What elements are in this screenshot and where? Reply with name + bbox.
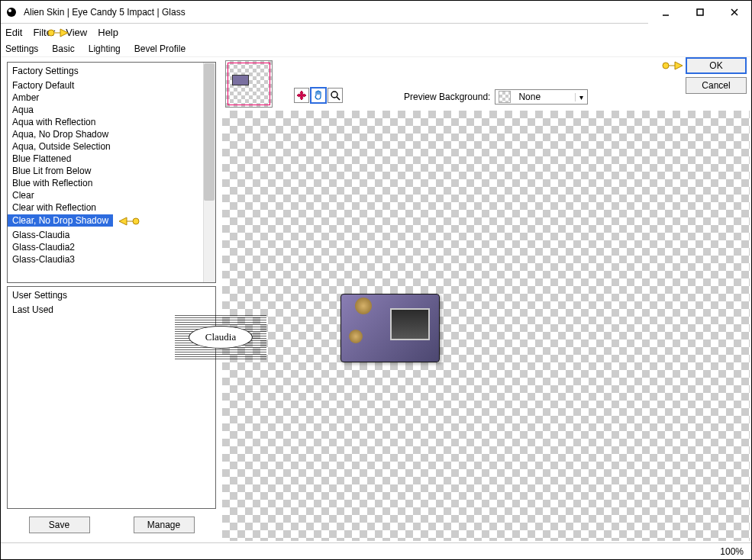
preview-background-label: Preview Background: <box>404 92 490 102</box>
scrollbar-thumb[interactable] <box>204 63 215 201</box>
svg-point-7 <box>133 218 139 224</box>
svg-point-1 <box>8 9 11 12</box>
factory-settings-list[interactable]: Factory Settings Factory DefaultAmberAqu… <box>7 62 216 283</box>
factory-settings-header: Factory Settings <box>8 63 215 79</box>
cancel-button[interactable]: Cancel <box>686 77 747 94</box>
factory-list-item[interactable]: Aqua with Reflection <box>8 116 215 128</box>
factory-list-item[interactable]: Blue Flattened <box>8 153 215 165</box>
menu-view[interactable]: View <box>66 27 87 38</box>
user-settings-list[interactable]: User Settings Last Used <box>7 286 216 509</box>
factory-list-item[interactable]: Blue Lit from Below <box>8 165 215 177</box>
save-button[interactable]: Save <box>29 517 90 533</box>
factory-list-item[interactable]: Factory Default <box>8 79 215 92</box>
dialog-buttons: OK Cancel <box>686 57 747 94</box>
navigator-thumbnail[interactable] <box>225 60 273 108</box>
tool-icons <box>294 88 343 103</box>
factory-list-item[interactable]: Glass-Claudia <box>8 229 215 241</box>
tab-bevel-profile[interactable]: Bevel Profile <box>134 43 186 54</box>
factory-list-item[interactable]: Blue with Reflection <box>8 177 215 189</box>
factory-list-item[interactable]: Aqua, Outside Selection <box>8 140 215 153</box>
chevron-down-icon: ▾ <box>575 93 587 101</box>
window-controls <box>648 1 751 24</box>
svg-point-0 <box>7 8 16 17</box>
menu-edit[interactable]: Edit <box>5 27 22 38</box>
preview-background-row: Preview Background: None ▾ <box>404 89 588 105</box>
minimize-button[interactable] <box>648 1 683 24</box>
preview-toolbar: Preview Background: None ▾ OK Cancel <box>222 57 751 111</box>
menu-help[interactable]: Help <box>98 27 118 38</box>
window-title: Alien Skin | Eye Candy 5 Impact | Glass <box>22 7 648 18</box>
left-panel: Factory Settings Factory DefaultAmberAqu… <box>1 57 222 542</box>
preview-background-value: None <box>514 92 575 102</box>
tab-settings[interactable]: Settings <box>5 43 38 54</box>
svg-rect-3 <box>697 9 703 15</box>
factory-list-item[interactable]: Amber <box>8 92 215 104</box>
factory-list-item[interactable]: Glass-Claudia2 <box>8 241 215 253</box>
tab-lighting[interactable]: Lighting <box>89 43 121 54</box>
tabbar: Settings Basic Lighting Bevel Profile <box>1 40 751 57</box>
hand-tool-icon[interactable] <box>311 88 326 103</box>
menu-filter[interactable]: Filter <box>33 27 55 38</box>
statusbar: 100% <box>1 542 751 559</box>
preview-background-combo[interactable]: None ▾ <box>495 89 588 105</box>
app-window: Alien Skin | Eye Candy 5 Impact | Glass … <box>0 0 752 560</box>
app-icon <box>5 6 18 18</box>
checker-swatch-icon <box>499 91 511 103</box>
ok-button[interactable]: OK <box>686 57 747 74</box>
right-panel: Preview Background: None ▾ OK Cancel <box>222 57 751 542</box>
tutorial-pointer-icon <box>661 58 684 73</box>
bottom-buttons: Save Manage <box>7 509 216 538</box>
maximize-button[interactable] <box>683 1 717 24</box>
svg-point-10 <box>663 63 669 69</box>
tutorial-pointer-icon <box>118 214 140 229</box>
scrollbar[interactable] <box>203 63 215 282</box>
zoom-level: 100% <box>720 546 744 557</box>
menubar: Edit Filter View Help <box>1 24 751 40</box>
manage-button[interactable]: Manage <box>134 517 195 533</box>
factory-list-item[interactable]: Clear <box>8 189 215 201</box>
preview-canvas[interactable] <box>222 111 750 541</box>
svg-point-8 <box>331 92 337 98</box>
preview-image <box>340 294 440 362</box>
close-button[interactable] <box>717 1 751 24</box>
factory-list-item[interactable]: Glass-Claudia3 <box>8 253 215 266</box>
tab-basic[interactable]: Basic <box>52 43 74 54</box>
user-settings-header: User Settings <box>8 287 215 304</box>
zoom-tool-icon[interactable] <box>328 88 343 103</box>
factory-list-item[interactable]: Aqua, No Drop Shadow <box>8 128 215 140</box>
content-area: Factory Settings Factory DefaultAmberAqu… <box>1 57 751 542</box>
factory-list-item[interactable]: Aqua <box>8 104 215 116</box>
svg-line-9 <box>337 97 340 100</box>
titlebar: Alien Skin | Eye Candy 5 Impact | Glass <box>1 1 751 24</box>
user-list-item[interactable]: Last Used <box>8 304 215 316</box>
factory-list-item[interactable]: Clear with Reflection <box>8 201 215 214</box>
move-tool-icon[interactable] <box>294 88 309 103</box>
factory-list-item[interactable]: Clear, No Drop Shadow <box>8 214 113 227</box>
